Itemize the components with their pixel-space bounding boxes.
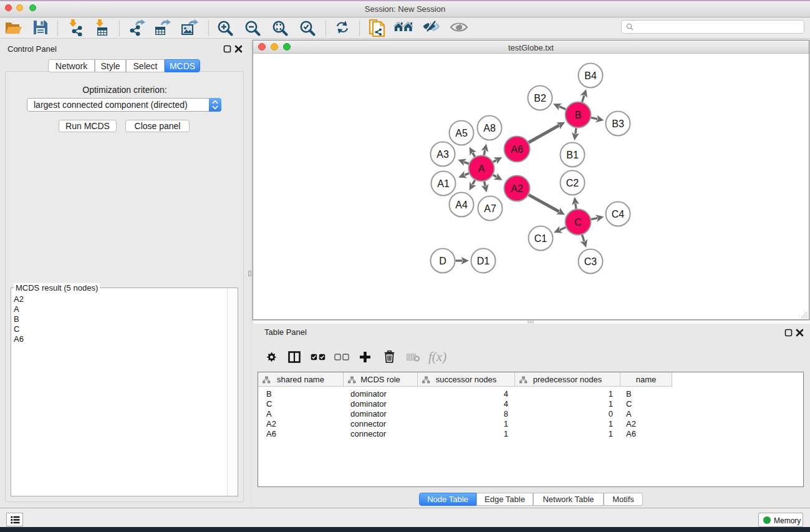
svg-text:B4: B4 bbox=[584, 70, 597, 81]
svg-text:A4: A4 bbox=[455, 200, 468, 210]
svg-text:A: A bbox=[478, 163, 485, 174]
svg-text:B3: B3 bbox=[612, 118, 624, 129]
svg-text:C1: C1 bbox=[534, 233, 547, 244]
svg-text:D: D bbox=[439, 256, 446, 266]
svg-text:C3: C3 bbox=[584, 256, 597, 267]
svg-text:B2: B2 bbox=[534, 93, 546, 104]
svg-text:A7: A7 bbox=[484, 203, 496, 214]
svg-text:B1: B1 bbox=[566, 150, 579, 160]
svg-text:A2: A2 bbox=[511, 183, 523, 194]
svg-text:A5: A5 bbox=[455, 128, 468, 138]
svg-text:C2: C2 bbox=[566, 178, 579, 188]
svg-text:D1: D1 bbox=[477, 256, 490, 266]
svg-text:C: C bbox=[574, 217, 582, 228]
svg-text:A8: A8 bbox=[483, 123, 496, 133]
svg-text:A3: A3 bbox=[436, 149, 449, 160]
svg-text:B: B bbox=[575, 110, 582, 120]
svg-text:C4: C4 bbox=[612, 209, 625, 220]
svg-text:A6: A6 bbox=[511, 144, 523, 155]
svg-text:A1: A1 bbox=[437, 178, 450, 189]
